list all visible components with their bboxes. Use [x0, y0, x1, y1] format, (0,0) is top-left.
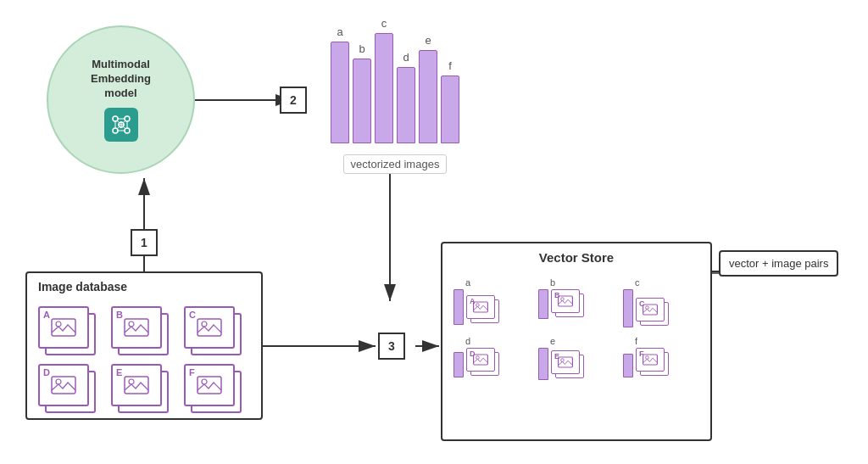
vector-pairs-label: vector + image pairs: [719, 250, 838, 277]
image-icon-F: [197, 376, 222, 394]
image-thumb-C: C: [184, 306, 245, 357]
model-title: Multimodal Embedding model: [91, 58, 151, 101]
image-thumb-B: B: [111, 306, 172, 357]
image-database-box: Image database A B: [25, 271, 263, 420]
vector-col-f: f: [441, 59, 459, 143]
model-icon: [104, 108, 138, 142]
vector-col-e: e: [419, 34, 437, 143]
image-grid: A B: [34, 302, 254, 419]
vs-item-b: b B: [538, 277, 615, 327]
image-thumb-A: A: [38, 306, 99, 357]
step-3-box: 3: [378, 333, 405, 360]
svg-rect-28: [198, 319, 221, 336]
svg-point-29: [202, 321, 207, 327]
svg-line-20: [117, 120, 120, 123]
svg-rect-32: [125, 377, 148, 394]
vs-icon-E: [558, 356, 573, 368]
svg-rect-40: [643, 305, 658, 315]
step-1-box: 1: [131, 229, 158, 256]
vs-item-f: f F: [623, 336, 699, 380]
vector-col-d: d: [397, 51, 415, 143]
vs-item-a: a A: [453, 277, 530, 327]
image-icon-A: [51, 318, 76, 337]
image-icon-E: [124, 376, 149, 394]
neural-net-icon: [109, 113, 133, 137]
image-thumb-F: F: [184, 364, 245, 415]
svg-rect-34: [198, 377, 221, 394]
image-thumb-E: E: [111, 364, 172, 415]
vector-store-title: Vector Store: [449, 250, 704, 265]
diagram-container: Multimodal Embedding model: [0, 0, 868, 464]
svg-rect-30: [52, 377, 75, 394]
svg-rect-42: [474, 355, 488, 365]
svg-point-31: [56, 379, 61, 384]
vector-store-box: Vector Store a A: [441, 242, 712, 441]
svg-rect-24: [52, 319, 75, 336]
model-circle: Multimodal Embedding model: [47, 25, 195, 174]
vs-item-d: d D: [453, 336, 530, 380]
svg-rect-26: [125, 319, 148, 336]
vectors-area: a b c d e: [331, 17, 459, 174]
step-2-box: 2: [280, 87, 307, 114]
vector-col-b: b: [353, 42, 371, 143]
svg-point-33: [129, 379, 134, 384]
svg-rect-38: [559, 296, 573, 306]
vs-icon-F: [643, 354, 658, 366]
svg-point-27: [129, 321, 134, 327]
image-database-title: Image database: [34, 280, 254, 293]
vector-columns: a b c d e: [331, 17, 459, 143]
svg-rect-46: [643, 355, 658, 365]
vector-col-a: a: [331, 25, 349, 143]
image-thumb-D: D: [38, 364, 99, 415]
image-icon-B: [124, 318, 149, 337]
vs-grid: a A: [449, 273, 704, 384]
svg-rect-36: [474, 302, 488, 312]
vector-col-c: c: [375, 17, 393, 143]
vs-item-c: c C: [623, 277, 699, 327]
vs-item-e: e E: [538, 336, 615, 380]
svg-point-25: [56, 321, 61, 327]
vectors-label: vectorized images: [343, 154, 448, 174]
svg-rect-44: [559, 357, 573, 367]
svg-point-35: [202, 379, 207, 384]
svg-line-22: [117, 126, 120, 129]
image-icon-C: [197, 318, 222, 337]
svg-line-21: [123, 120, 125, 123]
svg-line-23: [123, 126, 125, 129]
image-icon-D: [51, 376, 76, 394]
